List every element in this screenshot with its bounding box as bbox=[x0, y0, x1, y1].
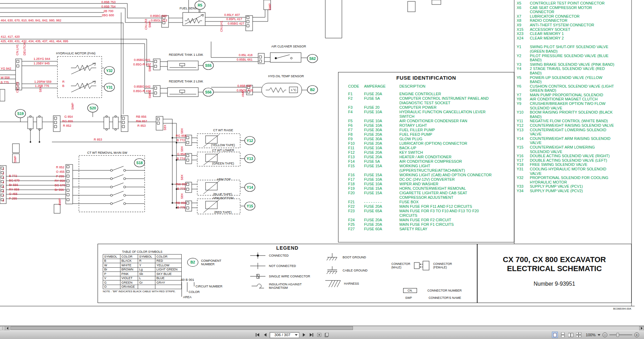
wire-label: 2BG 600 bbox=[102, 14, 114, 17]
fuse-amperage: FUSE 10A bbox=[364, 182, 399, 186]
component-description: FREE SWING SOLENOID VALVE bbox=[530, 162, 631, 167]
color-table-cell: W bbox=[103, 263, 120, 268]
wire-label: ARM TOP bbox=[217, 178, 231, 181]
wire-label: SWP bbox=[13, 155, 17, 163]
scrollbar-thumb[interactable] bbox=[10, 326, 353, 330]
svg-text:AREA: AREA bbox=[183, 295, 192, 299]
fuse-code: F24 bbox=[348, 218, 364, 222]
wire-label: CN.LH1 bbox=[220, 21, 223, 32]
component-code: Y17 bbox=[517, 158, 530, 163]
connector-name-legend: SWP CONNECTOR'S NAME bbox=[405, 296, 461, 300]
component-code: Y15 bbox=[517, 145, 530, 154]
clipboard-button[interactable] bbox=[324, 332, 330, 338]
continuous-facing-view-button[interactable] bbox=[576, 332, 582, 338]
reserve-tank2-symbol bbox=[145, 86, 203, 97]
fuse-amperage: FUSE 20A bbox=[364, 222, 399, 227]
wire-label: 58X bbox=[180, 146, 184, 152]
component-description: POWER-UP SOLENOID VALVE (YELLOW BAND) bbox=[530, 75, 631, 84]
connector-pair-icon bbox=[413, 259, 430, 272]
fuse-description: FUEL FEED PUMP bbox=[399, 132, 514, 137]
wire-label: (RED TAPE) bbox=[214, 211, 232, 214]
component-description: PILOT PRESSURE SOLENOID VALVE (BLUE BAND… bbox=[530, 54, 631, 62]
relay-group bbox=[0, 112, 176, 142]
next-page-button[interactable] bbox=[301, 332, 307, 338]
component-description: CAB SEAT COMPRESSOR MOTOR CONNECTOR bbox=[530, 6, 631, 14]
fuse-amperage: FUSE 20A bbox=[364, 141, 399, 146]
color-table-cell: P bbox=[103, 272, 120, 276]
wire-label: RW 857 bbox=[176, 182, 187, 186]
component-code: Y34 bbox=[517, 189, 530, 193]
snapshot-button[interactable] bbox=[316, 332, 322, 338]
zoom-out-button[interactable]: − bbox=[602, 332, 607, 337]
clipboard-icon bbox=[325, 333, 329, 337]
single-page-view-button[interactable] bbox=[552, 332, 558, 338]
component-description: MAIN PUMP PROPORTIONAL SOLENOID bbox=[530, 93, 631, 97]
first-page-button[interactable] bbox=[254, 332, 261, 338]
fuse-header: AMPERAGE bbox=[364, 84, 399, 92]
zoom-dropdown-icon[interactable] bbox=[598, 334, 600, 336]
wire-label: CN.LH1 bbox=[16, 44, 19, 55]
prev-page-button[interactable] bbox=[262, 332, 268, 338]
wire-label: CT WT RAISE bbox=[213, 128, 233, 132]
wire-label: 2B 700 bbox=[103, 9, 114, 13]
boot-ground-symbol: BOOT GROUND bbox=[325, 253, 366, 261]
component-ref-label: Y14 bbox=[247, 185, 253, 189]
fuse-header: CODE bbox=[348, 84, 364, 92]
wire-label: 6 bbox=[2, 190, 4, 193]
connector-number-legend: CN. CONNECTOR NUMBER bbox=[403, 288, 462, 293]
zoom-in-button[interactable]: + bbox=[634, 332, 639, 337]
wire-label: 1 bbox=[2, 167, 4, 171]
fuse-code: F16 bbox=[348, 173, 364, 177]
color-table-cell: G bbox=[103, 280, 120, 285]
fuse-code: F7 bbox=[348, 128, 364, 132]
fuse-identification-box: FUSE IDENTIFICATION CODEAMPERAGEDESCRIPT… bbox=[338, 72, 514, 242]
color-table-cell: YELLOW bbox=[155, 263, 182, 268]
page-dropdown-icon[interactable] bbox=[295, 334, 298, 336]
page-number-input[interactable]: 306 / 307 bbox=[270, 332, 299, 338]
fuse-amperage: FUSE 30A bbox=[364, 137, 399, 141]
small-connector-a bbox=[12, 144, 19, 153]
horizontal-scrollbar[interactable] bbox=[0, 326, 644, 330]
continuous-view-button[interactable] bbox=[560, 332, 566, 338]
wire-label: 3 bbox=[2, 176, 4, 180]
component-description: COUNTERWEIGHT ARM RAISING SOLENOID VALVE bbox=[530, 136, 631, 145]
component-description: COUNTERWEIGHT RAISING SOLENOID VALVE bbox=[530, 123, 631, 128]
wire-label: R bbox=[62, 80, 65, 83]
wire-label: 58X bbox=[39, 87, 42, 92]
fuse-amperage: FUSE 15A bbox=[364, 164, 399, 173]
wire-label: B 773 bbox=[177, 187, 185, 190]
fuse-description: AIR CONDITIONER COMPRESSOR bbox=[399, 159, 514, 164]
fuse-amperage: FUSE 15A bbox=[364, 186, 399, 191]
color-table-cell: BROWN bbox=[120, 267, 138, 272]
color-table-cell: L bbox=[138, 276, 155, 280]
wire-label: SWP bbox=[58, 198, 62, 205]
component-code: Y1 bbox=[517, 45, 530, 53]
wire-label: AMP bbox=[241, 90, 245, 97]
corner-grip[interactable] bbox=[0, 326, 5, 330]
zoom-slider-thumb[interactable] bbox=[616, 333, 619, 337]
zoom-slider[interactable] bbox=[609, 332, 632, 337]
scroll-left-button[interactable] bbox=[5, 326, 10, 330]
component-code: Y4 bbox=[517, 66, 530, 75]
wire-label: Br 556 bbox=[55, 188, 64, 191]
wire-label: RW 857 bbox=[136, 119, 147, 123]
scroll-right-button[interactable] bbox=[639, 326, 644, 330]
facing-view-button[interactable] bbox=[568, 332, 574, 338]
component-description: BOOM RAISING PRIORITY SOLENOID (BLACK BA… bbox=[530, 110, 631, 119]
fuse-code: F17 bbox=[348, 177, 364, 182]
last-page-button[interactable] bbox=[308, 332, 315, 338]
wire-label: 0.85BG 600 bbox=[150, 14, 167, 18]
fuse-description: HORN, COUNTERWEIGHT REMOVAL bbox=[399, 186, 514, 191]
fuse-description: SAFETY RELAY bbox=[399, 227, 514, 231]
component-code: Y7 bbox=[517, 93, 530, 97]
not-connected-symbol: NOT CONNECTED bbox=[250, 263, 296, 269]
component-code: X7 bbox=[517, 14, 530, 19]
scrollbar-track[interactable] bbox=[10, 326, 639, 330]
component-code: Y13 bbox=[517, 128, 530, 136]
fuse-code: F27 bbox=[348, 227, 364, 231]
schematic-title-line2: ELECTRICAL SCHEMATIC bbox=[478, 264, 631, 273]
wire-label: W 558 bbox=[1, 76, 10, 79]
color-table-cell: PINK bbox=[120, 272, 138, 276]
edge-connector bbox=[0, 89, 5, 101]
wire-label: 464, 630, 670, 810, 840, 841, 842, 980, … bbox=[1, 19, 61, 22]
